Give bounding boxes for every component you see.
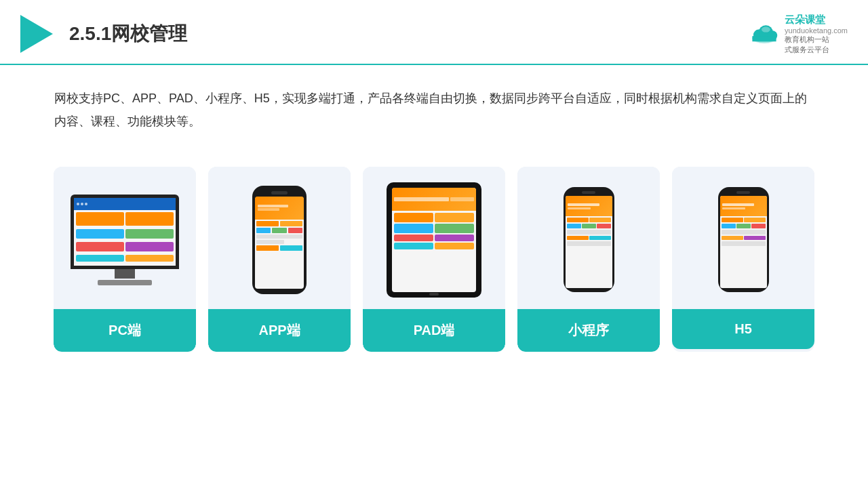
pc-base (98, 280, 152, 285)
card-pad-label: PAD端 (363, 309, 505, 352)
page-header: 2.5.1网校管理 云朵课堂 yunduoketang.com 教育机构一站 (0, 0, 868, 65)
cards-container: PC端 (0, 146, 868, 352)
card-pc: PC端 (54, 167, 196, 352)
brand-url: yunduoketang.com (785, 26, 848, 35)
mini-phone-h5 (718, 187, 769, 292)
card-pad-image (363, 167, 505, 309)
pc-mockup (71, 195, 179, 285)
card-h5-image (672, 167, 814, 309)
brand-name: 云朵课堂 (785, 12, 848, 26)
card-miniprogram-image (517, 167, 660, 309)
mini-screen (566, 196, 612, 288)
card-miniprogram-label: 小程序 (517, 309, 660, 352)
pc-neck (115, 269, 135, 279)
card-app-label: APP端 (208, 309, 351, 352)
description-paragraph: 网校支持PC、APP、PAD、小程序、H5，实现多端打通，产品各终端自由切换，数… (54, 87, 814, 133)
phone-screen (255, 197, 304, 289)
brand-logo: 云朵课堂 yunduoketang.com 教育机构一站 式服务云平台 (748, 12, 848, 56)
svg-point-9 (762, 26, 770, 32)
phone-notch (271, 191, 288, 195)
header-right: 云朵课堂 yunduoketang.com 教育机构一站 式服务云平台 (748, 12, 848, 56)
brand-text-block: 云朵课堂 yunduoketang.com 教育机构一站 式服务云平台 (785, 12, 848, 56)
pc-monitor (71, 195, 179, 269)
card-pad: PAD端 (363, 167, 505, 352)
tablet-mockup (387, 182, 481, 298)
cloud-icon (748, 23, 781, 45)
card-app-image (208, 167, 351, 309)
svg-rect-8 (752, 36, 776, 41)
card-pc-label: PC端 (54, 309, 196, 352)
logo-icon (20, 15, 53, 53)
tablet-screen (392, 188, 476, 292)
mini-phone-miniprogram (564, 187, 614, 292)
pc-screen (74, 198, 176, 266)
card-miniprogram: 小程序 (517, 167, 660, 352)
card-app: APP端 (208, 167, 351, 352)
mini-screen-h5 (720, 196, 767, 288)
card-h5-label: H5 (672, 309, 814, 349)
phone-mockup-app (252, 186, 307, 294)
tablet-home-button (429, 293, 439, 296)
page-title: 2.5.1网校管理 (69, 21, 187, 47)
description-text: 网校支持PC、APP、PAD、小程序、H5，实现多端打通，产品各终端自由切换，数… (0, 65, 868, 140)
brand-tagline: 教育机构一站 式服务云平台 (785, 35, 848, 56)
mini-notch-h5 (736, 191, 750, 194)
card-pc-image (54, 167, 196, 309)
mini-notch (582, 191, 595, 194)
card-h5: H5 (672, 167, 814, 352)
header-left: 2.5.1网校管理 (20, 15, 187, 53)
